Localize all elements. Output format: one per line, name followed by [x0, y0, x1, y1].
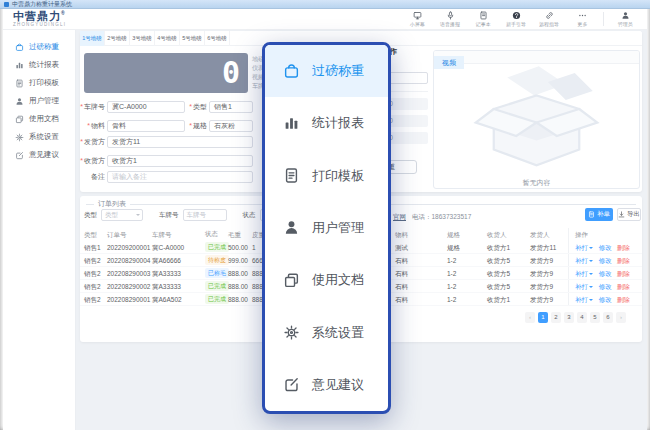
menu-item[interactable]: 系统设置 [265, 306, 388, 358]
edit-link[interactable]: 修改 [599, 296, 612, 303]
supplement-order-button[interactable]: 补单 [585, 208, 613, 221]
website-link[interactable]: 官网 [393, 213, 406, 222]
admin-user-button[interactable]: 管理员 [613, 11, 637, 28]
weighbridge-tab[interactable]: 3号地磅 [130, 31, 155, 46]
edit-link[interactable]: 修改 [599, 270, 612, 277]
reprint-link[interactable]: 补打 [575, 244, 588, 251]
menu-item[interactable]: 用户管理 [265, 202, 388, 254]
menu-item[interactable]: 意见建议 [265, 359, 388, 411]
plate-input[interactable]: 冀C-A0000 [107, 101, 185, 113]
material-label: *物料 [80, 120, 105, 132]
sidebar-item-label: 使用文档 [29, 114, 59, 124]
cell-gross: 888.00 [228, 280, 248, 293]
status-badge: 已完成 [205, 281, 229, 291]
menu-item[interactable]: 使用文档 [265, 254, 388, 306]
cell-order-no: 202208290001 [107, 293, 150, 306]
type-select[interactable]: 销售1 [209, 101, 253, 113]
cell-plate: 冀C-A0000 [152, 241, 184, 254]
add-order-icon [588, 211, 595, 218]
next-page-button[interactable]: › [616, 312, 626, 323]
delete-link[interactable]: 删除 [617, 283, 630, 290]
page-button[interactable]: 2 [551, 312, 561, 323]
sidebar-item-label: 打印模板 [29, 78, 59, 88]
logo-text: 中营鼎力 [13, 10, 61, 22]
cell-material: 石料 [395, 280, 408, 293]
header-tool-button[interactable]: 新手引导 [504, 11, 528, 28]
menu-item[interactable]: 过磅称重 [265, 45, 388, 97]
receiver-label: *收货方 [80, 155, 105, 167]
sidebar-item[interactable]: 统计报表 [3, 56, 75, 74]
sidebar-item[interactable]: 打印模板 [3, 74, 75, 92]
feedback-icon [283, 376, 300, 393]
weighbridge-tab[interactable]: 4号地磅 [155, 31, 180, 46]
weighbridge-tab[interactable]: 2号地磅 [105, 31, 130, 46]
header-tool-button[interactable]: 远程指导 [537, 11, 561, 28]
page-button[interactable]: 6 [603, 312, 613, 323]
sidebar-item[interactable]: 过磅称重 [3, 38, 75, 56]
template-icon [15, 79, 24, 88]
cell-receiver: 收货方5 [487, 254, 510, 267]
page-button[interactable]: 1 [538, 312, 548, 323]
weigh-icon [283, 63, 300, 80]
video-empty-text: 暂无内容 [523, 178, 551, 188]
edit-link[interactable]: 修改 [599, 283, 612, 290]
reprint-link[interactable]: 补打 [575, 296, 588, 303]
header-tool-button[interactable]: 记事本 [471, 11, 495, 28]
cell-spec: 规格 [447, 241, 460, 254]
cell-operations: 补打 修改 删除 [575, 254, 630, 267]
window-title: 中营鼎力称重计量系统 [12, 0, 72, 9]
header-tool-label: 小屏幕 [410, 21, 425, 27]
cell-operations: 补打 修改 删除 [575, 241, 630, 254]
page-button[interactable]: 4 [577, 312, 587, 323]
reprint-link[interactable]: 补打 [575, 257, 588, 264]
status-badge: 已称毛 [205, 268, 229, 278]
cell-plate: 冀A33333 [152, 280, 181, 293]
delete-link[interactable]: 删除 [617, 257, 630, 264]
page-button[interactable]: 5 [590, 312, 600, 323]
empty-box-illustration [434, 64, 639, 172]
chart-icon [15, 61, 24, 70]
edit-link[interactable]: 修改 [599, 257, 612, 264]
menu-item[interactable]: 统计报表 [265, 97, 388, 149]
cell-gross: 888.00 [228, 267, 248, 280]
sidebar-item[interactable]: 意见建议 [3, 146, 75, 164]
screen-icon [413, 11, 422, 20]
weighbridge-tab[interactable]: 5号地磅 [180, 31, 205, 46]
cell-receiver: 收货方5 [487, 280, 510, 293]
sidebar-item[interactable]: 系统设置 [3, 128, 75, 146]
weighbridge-tab[interactable]: 1号地磅 [80, 31, 105, 46]
header-tool-button[interactable]: 小屏幕 [405, 11, 429, 28]
delete-link[interactable]: 删除 [617, 244, 630, 251]
cell-plate: 冀A6A502 [152, 293, 182, 306]
cell-spec: 1-2 [447, 267, 456, 280]
filter-plate-input[interactable]: 车牌号 [183, 209, 227, 221]
sidebar-item-label: 系统设置 [29, 132, 59, 142]
delete-link[interactable]: 删除 [617, 296, 630, 303]
weighbridge-tab[interactable]: 6号地磅 [205, 31, 230, 46]
header-tool-button[interactable]: 语音播报 [438, 11, 462, 28]
footer: 官网 电话：18637323517 [393, 213, 471, 222]
edit-link[interactable]: 修改 [599, 244, 612, 251]
weigh-icon [15, 43, 24, 52]
reprint-link[interactable]: 补打 [575, 270, 588, 277]
reprint-link[interactable]: 补打 [575, 283, 588, 290]
spec-select[interactable]: 石灰粉 [209, 120, 253, 132]
remark-input[interactable]: 请输入备注 [107, 171, 253, 183]
filter-type-select[interactable]: 类型 [101, 209, 143, 221]
export-button[interactable]: 导出 [617, 208, 641, 221]
avatar-icon [621, 11, 630, 20]
navigation-menu-popup: 过磅称重 统计报表 打印模板 用户管理 [262, 42, 391, 414]
delete-link[interactable]: 删除 [617, 270, 630, 277]
prev-page-button[interactable]: ‹ [525, 312, 535, 323]
sidebar-item[interactable]: 用户管理 [3, 92, 75, 110]
page-button[interactable]: 3 [564, 312, 574, 323]
material-input[interactable]: 骨料 [107, 120, 185, 132]
sidebar-item-label: 统计报表 [29, 60, 59, 70]
receiver-input[interactable]: 收货方1 [107, 155, 253, 167]
menu-item[interactable]: 打印模板 [265, 150, 388, 202]
header-tool-button[interactable]: 更多 [570, 11, 594, 28]
settings-icon [15, 133, 24, 142]
mic-icon [446, 11, 455, 20]
sidebar-item[interactable]: 使用文档 [3, 110, 75, 128]
sender-input[interactable]: 发货方11 [107, 136, 253, 148]
